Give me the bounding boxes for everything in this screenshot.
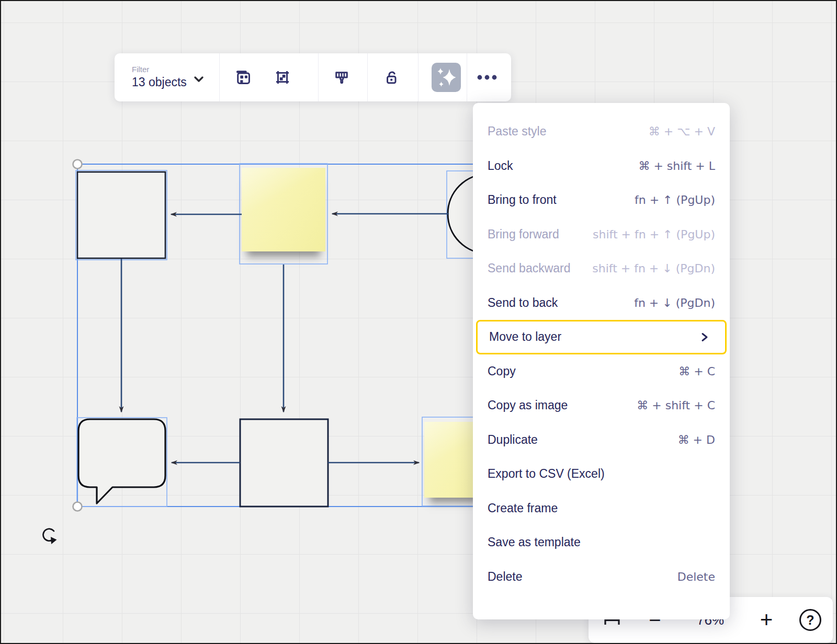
menu-item-label: Create frame xyxy=(488,501,558,515)
menu-item-shortcut: shift + fn + ↓ (PgDn) xyxy=(592,262,715,275)
menu-item-label: Paste style xyxy=(488,124,547,139)
context-menu: Paste style ⌘ + ⌥ + V Lock ⌘ + shift + L… xyxy=(473,103,730,619)
menu-item-save-as-template[interactable]: Save as template xyxy=(473,525,730,560)
toolbar-divider xyxy=(219,53,220,101)
square-shape[interactable] xyxy=(240,419,328,507)
more-dots-icon[interactable] xyxy=(476,70,499,85)
menu-item-send-backward[interactable]: Send backward shift + fn + ↓ (PgDn) xyxy=(473,251,730,286)
menu-item-label: Send to back xyxy=(488,296,558,310)
menu-item-bring-to-front[interactable]: Bring to front fn + ↑ (PgUp) xyxy=(473,183,730,217)
menu-item-label: Move to layer xyxy=(489,330,561,344)
menu-item-label: Send backward xyxy=(488,261,571,275)
menu-item-shortcut: fn + ↓ (PgDn) xyxy=(634,296,715,309)
menu-item-label: Copy as image xyxy=(488,398,568,412)
menu-item-label: Copy xyxy=(488,364,516,378)
menu-item-label: Lock xyxy=(488,159,513,173)
toolbar-divider xyxy=(418,53,418,101)
speech-bubble-shape[interactable] xyxy=(78,419,165,503)
menu-item-export-to-csv[interactable]: Export to CSV (Excel) xyxy=(473,457,730,491)
menu-item-shortcut: ⌘ + shift + C xyxy=(637,399,715,412)
sticky-note[interactable] xyxy=(242,168,325,251)
chevron-right-icon xyxy=(700,332,709,342)
menu-item-shortcut: ⌘ + shift + L xyxy=(638,159,715,172)
help-icon[interactable]: ? xyxy=(799,609,821,631)
toolbar-divider xyxy=(318,53,319,101)
sparkles-icon[interactable] xyxy=(432,63,461,92)
filter-value: 13 objects xyxy=(132,75,187,89)
zoom-in-button[interactable]: + xyxy=(754,597,778,643)
menu-item-label: Duplicate xyxy=(488,433,538,447)
menu-item-label: Bring to front xyxy=(488,193,557,207)
unlock-icon[interactable] xyxy=(383,69,400,86)
selection-handle[interactable] xyxy=(73,160,82,169)
paintbrush-icon[interactable] xyxy=(333,69,350,86)
menu-item-copy[interactable]: Copy ⌘ + C xyxy=(473,354,730,389)
menu-item-label: Delete xyxy=(488,570,522,584)
menu-item-move-to-layer[interactable]: Move to layer xyxy=(476,320,727,354)
rectangle-shape[interactable] xyxy=(77,172,165,258)
selection-toolbar: Filter 13 objects xyxy=(115,53,511,101)
frame-icon[interactable] xyxy=(274,69,291,86)
filter-label: Filter xyxy=(132,65,187,74)
menu-item-shortcut: ⌘ + ⌥ + V xyxy=(649,125,715,138)
menu-item-label: Export to CSV (Excel) xyxy=(488,467,605,481)
menu-item-shortcut: shift + fn + ↑ (PgUp) xyxy=(593,228,715,241)
menu-item-copy-as-image[interactable]: Copy as image ⌘ + shift + C xyxy=(473,388,730,423)
menu-item-shortcut: ⌘ + D xyxy=(678,433,715,446)
menu-item-paste-style[interactable]: Paste style ⌘ + ⌥ + V xyxy=(473,114,730,149)
menu-item-label: Bring forward xyxy=(488,227,559,242)
menu-item-duplicate[interactable]: Duplicate ⌘ + D xyxy=(473,423,730,457)
menu-item-label: Save as template xyxy=(488,535,581,549)
menu-item-send-to-back[interactable]: Send to back fn + ↓ (PgDn) xyxy=(473,286,730,320)
filter-dropdown[interactable]: Filter 13 objects xyxy=(132,65,187,89)
selection-handle[interactable] xyxy=(73,502,82,511)
menu-item-shortcut: Delete xyxy=(677,570,715,583)
toolbar-divider xyxy=(367,53,368,101)
chevron-down-icon[interactable] xyxy=(193,74,205,87)
menu-item-delete[interactable]: Delete Delete xyxy=(473,560,730,594)
menu-item-shortcut: ⌘ + C xyxy=(678,365,715,378)
menu-item-bring-forward[interactable]: Bring forward shift + fn + ↑ (PgUp) xyxy=(473,217,730,252)
board-objects-icon[interactable] xyxy=(235,69,252,86)
menu-item-create-frame[interactable]: Create frame xyxy=(473,491,730,526)
whiteboard-app: Filter 13 objects xyxy=(0,0,837,644)
toolbar-divider xyxy=(467,53,467,101)
rotate-handle-icon[interactable] xyxy=(43,529,57,544)
menu-item-lock[interactable]: Lock ⌘ + shift + L xyxy=(473,149,730,183)
menu-item-shortcut: fn + ↑ (PgUp) xyxy=(635,193,715,206)
